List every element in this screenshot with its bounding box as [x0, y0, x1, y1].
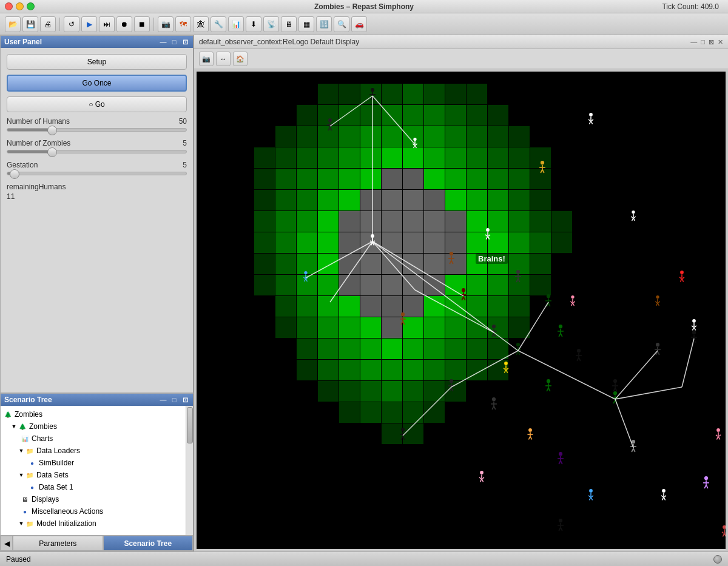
bottom-tabs: ◀ Parameters Scenario Tree — [1, 535, 193, 551]
display-minimize-button[interactable]: — — [690, 38, 697, 46]
tree-label-modelinit: Model Initialization — [36, 519, 96, 528]
tree-folder-icon: 🌲 — [3, 409, 13, 419]
tree-maximize-button[interactable]: ⊡ — [181, 396, 189, 404]
display-header-controls[interactable]: — □ ⊠ ✕ — [690, 38, 723, 46]
gestation-label-row: Gestation 5 — [7, 161, 187, 169]
tree-item-data-sets[interactable]: ▼ 📁 Data Sets — [1, 469, 193, 481]
zombies-slider-row: Number of Zombies 5 — [7, 139, 187, 153]
tree-item-charts[interactable]: 📊 Charts — [1, 433, 193, 445]
tree-label-simbuilder: SimBuilder — [39, 459, 74, 467]
home-tool-button[interactable]: 🏠 — [233, 52, 248, 66]
go-once-button[interactable]: Go Once — [7, 75, 187, 92]
tree-body: 🌲 Zombies ▼ 🌲 Zombies 📊 Charts ▼ 📁 Data … — [1, 406, 193, 535]
record-button[interactable]: ⏺ — [116, 16, 132, 32]
stop-button[interactable]: ⏹ — [134, 16, 150, 32]
batch-button[interactable]: 🔢 — [316, 16, 332, 32]
tree-minimize-button[interactable]: — — [159, 396, 167, 404]
panel-header-controls[interactable]: — □ ⊡ — [159, 38, 189, 46]
download-button[interactable]: ⬇ — [246, 16, 261, 32]
tree-toggle-zombies[interactable]: ▼ — [10, 423, 18, 430]
remaining-humans-label: remainingHumans — [7, 183, 187, 191]
tree-scrollbar-thumb[interactable] — [187, 407, 193, 443]
tree-item-simbuilder[interactable]: ● SimBuilder — [1, 457, 193, 469]
right-panel: default_observer_context:ReLogo Default … — [194, 35, 728, 551]
undo-button[interactable]: ↺ — [64, 16, 79, 32]
gestation-thumb[interactable] — [10, 169, 19, 179]
zombies-fill — [7, 150, 52, 153]
display-header: default_observer_context:ReLogo Default … — [194, 35, 728, 49]
play-button[interactable]: ▶ — [81, 16, 97, 32]
gestation-track[interactable] — [7, 172, 187, 175]
tree-item-dataset-1[interactable]: ● Data Set 1 — [1, 481, 193, 493]
humans-fill — [7, 129, 52, 131]
vehicle-button[interactable]: 🚗 — [351, 16, 367, 32]
humans-track[interactable] — [7, 128, 187, 132]
tab-prev-button[interactable]: ◀ — [1, 536, 13, 551]
tree-scrollbar[interactable] — [186, 406, 193, 535]
tree-toggle-loaders[interactable]: ▼ — [18, 447, 25, 454]
panel-restore-button[interactable]: □ — [170, 38, 178, 46]
close-button[interactable] — [5, 2, 13, 10]
humans-value: 50 — [179, 117, 187, 126]
maximize-button[interactable] — [27, 2, 35, 10]
zombies-track[interactable] — [7, 150, 187, 153]
user-panel-body: Setup Go Once ○ Go Number of Humans 50 — [1, 48, 193, 207]
display-restore-button[interactable]: □ — [701, 38, 705, 46]
tree-item-displays[interactable]: 🖥 Displays — [1, 493, 193, 505]
display-maximize-button[interactable]: ⊠ — [709, 38, 714, 46]
humans-thumb[interactable] — [47, 126, 57, 135]
user-panel-title: User Panel — [4, 38, 42, 46]
map-button[interactable]: 🗺 — [175, 16, 191, 32]
print-button[interactable]: 🖨 — [40, 16, 56, 32]
tree-item-data-loaders[interactable]: ▼ 📁 Data Loaders — [1, 445, 193, 457]
zoom-tool-button[interactable]: ↔ — [216, 52, 231, 66]
open-file-button[interactable]: 📂 — [5, 16, 21, 32]
tree-displays-icon: 🖥 — [20, 494, 30, 504]
panel-maximize-button[interactable]: ⊡ — [181, 38, 189, 46]
tree-charts-icon: 📊 — [20, 434, 30, 443]
grid-button[interactable]: ▦ — [298, 16, 314, 32]
step-forward-button[interactable]: ⏭ — [99, 16, 115, 32]
scenario-tree-title: Scenario Tree — [4, 396, 52, 404]
sim-background-canvas — [197, 72, 726, 549]
status-text: Paused — [6, 555, 31, 564]
user-panel: User Panel — □ ⊡ Setup Go Once ○ Go Numb… — [0, 35, 194, 393]
tree-simbuilder-icon: ● — [27, 458, 37, 468]
tab-scenario-tree[interactable]: Scenario Tree — [103, 536, 194, 551]
tree-loaders-icon: 📁 — [25, 446, 35, 456]
tree-restore-button[interactable]: □ — [170, 396, 178, 404]
search-button[interactable]: 🔍 — [334, 16, 349, 32]
save-button[interactable]: 💾 — [22, 16, 38, 32]
toolbar-sep-2 — [153, 18, 154, 31]
minimize-button[interactable] — [16, 2, 24, 10]
tree-toggle-modelinit[interactable]: ▼ — [18, 520, 25, 527]
chart-button[interactable]: 📊 — [228, 16, 244, 32]
tree-item-zombies-child[interactable]: ▼ 🌲 Zombies — [1, 420, 193, 433]
display-button[interactable]: 🖥 — [281, 16, 297, 32]
window-controls[interactable] — [5, 2, 35, 10]
go-button[interactable]: ○ Go — [7, 96, 187, 112]
tree-datasets-icon: 📁 — [25, 470, 35, 480]
tree-item-zombies-root[interactable]: 🌲 Zombies — [1, 408, 193, 420]
tree-header-controls[interactable]: — □ ⊡ — [159, 396, 189, 404]
display-close-button[interactable]: ✕ — [718, 38, 723, 46]
network-button[interactable]: 🕸 — [193, 16, 209, 32]
tree-label-charts: Charts — [32, 434, 53, 443]
humans-label-row: Number of Humans 50 — [7, 117, 187, 126]
tab-parameters[interactable]: Parameters — [13, 536, 103, 551]
zombies-thumb[interactable] — [47, 147, 57, 157]
tree-modelinit-icon: 📁 — [25, 519, 35, 528]
data-button[interactable]: 📡 — [263, 16, 279, 32]
camera-tool-button[interactable]: 📷 — [199, 52, 214, 66]
snapshot-button[interactable]: 📷 — [158, 16, 174, 32]
remaining-humans-value: 11 — [7, 192, 187, 201]
tree-toggle-datasets[interactable]: ▼ — [18, 471, 25, 479]
tree-item-model-init[interactable]: ▼ 📁 Model Initialization — [1, 517, 193, 530]
title-bar: Zombies – Repast Simphony Tick Count: 40… — [0, 0, 728, 13]
setup-button[interactable]: Setup — [7, 54, 187, 70]
simulation-canvas: Brains! — [197, 72, 726, 549]
tools-button[interactable]: 🔧 — [211, 16, 226, 32]
tree-item-misc-actions[interactable]: ● Miscellaneous Actions — [1, 505, 193, 517]
status-bar: Paused — [0, 551, 728, 566]
panel-minimize-button[interactable]: — — [159, 38, 167, 46]
